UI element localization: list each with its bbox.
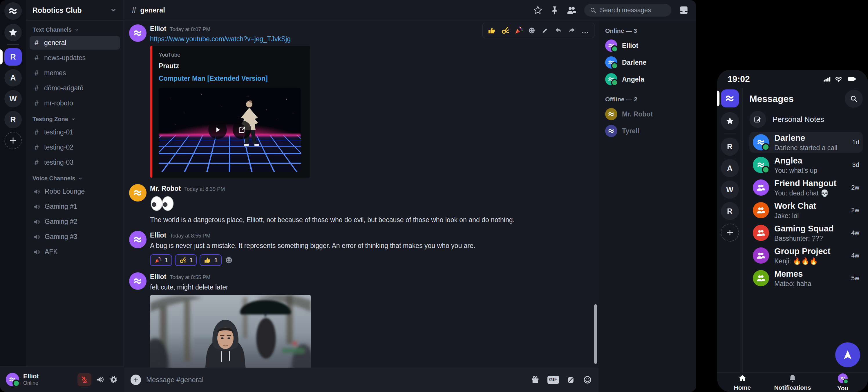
quick-react-ok-hand-button[interactable] [499,24,511,36]
member-mr-robot[interactable]: Mr. Robot [605,108,690,120]
voice-channel-gaming-2[interactable]: Gaming #2 [30,215,120,228]
member-elliot[interactable]: Elliot [605,39,690,52]
conversation-group-project[interactable]: Group Project Kenji: 🔥🔥🔥 4w [749,245,863,266]
member-angela[interactable]: Angela [605,73,690,85]
channel-item-memes[interactable]: memes [30,66,120,80]
message-list[interactable]: Elliot Today at 8:07 PM https://www.yout… [124,20,598,368]
channel-list: Text Channels general news-updates memes [26,21,124,263]
message-author[interactable]: Elliot [150,273,166,281]
members-icon[interactable] [567,5,577,15]
sticker-icon[interactable] [566,375,575,384]
category-testing-zone[interactable]: Testing Zone [32,116,117,122]
reaction-ok-hand[interactable]: 1 [175,254,197,266]
channel-item-mr-roboto[interactable]: mr-roboto [30,96,120,110]
avatar[interactable] [129,24,147,42]
reaction-party[interactable]: 1 [150,254,172,266]
wave-logo-icon [132,276,143,286]
favourite-star-icon[interactable] [533,5,542,15]
member-tyrell[interactable]: Tyrell [605,125,690,137]
server-icon-w[interactable]: W [4,90,22,107]
avatar[interactable] [129,231,147,248]
nav-tab-home[interactable]: Home [717,373,767,392]
channel-label: Gaming #1 [45,203,78,211]
server-header[interactable]: Robotics Club [26,0,124,21]
conversation-work-chat[interactable]: Work Chat Jake: lol 2w [749,200,863,221]
favourites-button[interactable] [4,24,22,41]
reply-button[interactable] [552,24,564,36]
server-icon-r2[interactable]: R [721,202,739,220]
server-icon-r[interactable]: R [4,111,22,128]
category-voice-channels[interactable]: Voice Channels [32,175,117,182]
home-button[interactable] [721,89,739,107]
add-server-button[interactable] [721,224,739,242]
emoji-picker-icon[interactable] [583,375,592,385]
play-button[interactable] [208,120,227,139]
home-button[interactable] [4,2,22,20]
conversation-darlene[interactable]: Darlene Darlene started a call 1d [749,132,863,153]
channel-item-domo-arigato[interactable]: dōmo-arigatō [30,81,120,95]
microphone-muted-button[interactable] [78,373,91,386]
message-input[interactable]: Message #general [146,376,525,384]
attach-file-button[interactable] [130,374,141,385]
deafen-speaker-icon[interactable] [96,375,105,384]
embed-title-link[interactable]: Computer Man [Extended Version] [159,75,304,82]
edit-message-button[interactable] [539,24,551,36]
gift-icon[interactable] [531,375,540,385]
search-input[interactable]: Search messages [584,4,671,17]
favourites-button[interactable] [721,112,739,130]
nav-tab-you[interactable]: You [818,373,868,392]
channel-item-testing-01[interactable]: testing-01 [30,125,120,139]
voice-channel-robo-lounge[interactable]: Robo Lounge [30,185,120,198]
message: Elliot Today at 8:55 PM felt cute, might… [129,272,598,368]
reaction-thumbs-up[interactable]: 1 [199,254,222,266]
channel-item-testing-03[interactable]: testing-03 [30,156,120,169]
settings-gear-icon[interactable] [110,375,118,384]
message-timestamp: Today at 8:55 PM [170,274,210,280]
personal-notes-row[interactable]: Personal Notes [749,111,863,128]
forward-button[interactable] [566,24,578,36]
channel-item-news-updates[interactable]: news-updates [30,51,120,65]
channel-item-testing-02[interactable]: testing-02 [30,141,120,154]
message-author[interactable]: Mr. Robot [150,185,181,193]
quick-react-thumbs-up-button[interactable] [486,24,498,36]
conversation-friend-hangout[interactable]: Friend Hangout You: dead chat 💀 2w [749,177,863,198]
attached-image[interactable] [150,295,311,368]
chevron-down-icon [78,176,83,181]
voice-channel-gaming-3[interactable]: Gaming #3 [30,230,120,244]
voice-channel-afk[interactable]: AFK [30,245,120,259]
conversation-gaming-squad[interactable]: Gaming Squad Basshunter: ??? 4w [749,222,863,243]
more-options-button[interactable] [579,24,591,36]
message-author[interactable]: Elliot [150,231,166,239]
add-reaction-button[interactable] [224,256,233,264]
open-external-button[interactable] [232,120,251,139]
add-server-button[interactable] [4,132,22,149]
conversation-anglea[interactable]: Anglea You: what’s up 3d [749,155,863,175]
search-button[interactable] [845,90,863,108]
gif-picker-button[interactable]: GIF [548,376,559,384]
avatar[interactable] [129,184,147,201]
hash-icon [33,54,40,62]
channel-item-general[interactable]: general [30,36,120,50]
ok-hand-emoji [501,26,509,35]
inbox-icon[interactable] [679,5,689,15]
quick-react-party-button[interactable] [512,24,525,36]
video-thumbnail[interactable] [159,88,301,172]
message-author[interactable]: Elliot [150,25,166,33]
conversation-memes[interactable]: Memes Mateo: haha 5w [749,268,863,289]
chat-scrollbar[interactable] [594,304,597,364]
server-icon-a[interactable]: A [4,69,22,87]
server-icon-a[interactable]: A [721,159,739,177]
category-text-channels[interactable]: Text Channels [32,26,117,33]
voice-channel-gaming-1[interactable]: Gaming #1 [30,200,120,214]
server-icon-robotics-club[interactable]: R [4,48,22,66]
nav-tab-notifications[interactable]: Notifications [767,373,817,392]
add-reaction-button[interactable] [526,24,538,36]
avatar[interactable] [129,272,147,290]
member-darlene[interactable]: Darlene [605,56,690,68]
new-message-fab[interactable] [835,342,860,367]
youtube-link[interactable]: https://www.youtube.com/watch?v=jeg_TJvk… [150,35,310,43]
server-icon-r[interactable]: R [721,138,739,156]
user-avatar[interactable] [6,373,19,386]
pinned-messages-icon[interactable] [550,5,559,15]
server-icon-w[interactable]: W [721,180,739,199]
